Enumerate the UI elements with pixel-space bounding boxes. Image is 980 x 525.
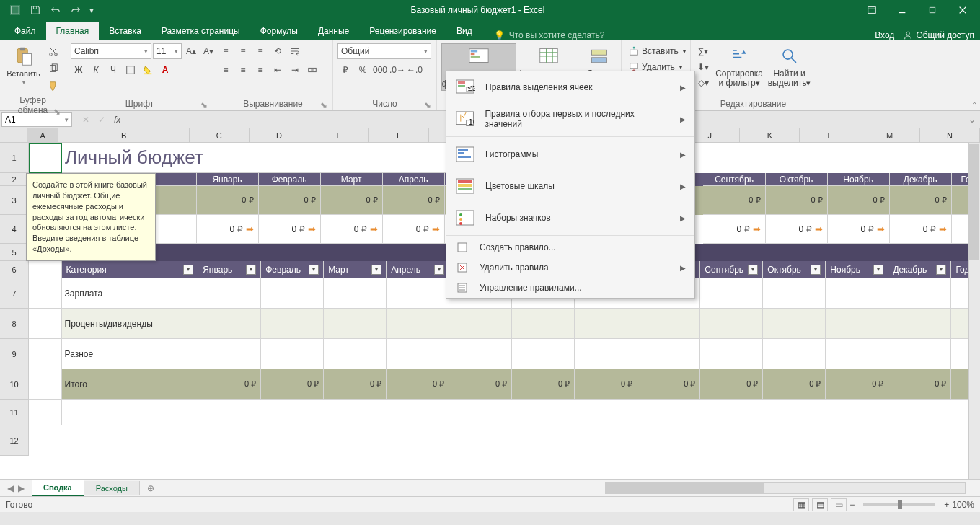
normal-view-button[interactable]: ▦ (793, 498, 809, 511)
close-button[interactable] (950, 0, 976, 20)
sort-filter-button[interactable]: Сортировка и фильтр▾ (714, 43, 764, 89)
align-right-icon[interactable]: ≡ (252, 62, 268, 78)
tab-view[interactable]: Вид (446, 22, 482, 40)
cancel-formula-icon[interactable]: ✕ (82, 115, 89, 125)
row-header[interactable]: 11 (0, 400, 29, 425)
col-header[interactable]: N (920, 128, 980, 143)
percent-icon[interactable]: % (355, 62, 371, 78)
font-color-button[interactable]: A (157, 62, 173, 78)
align-center-icon[interactable]: ≡ (235, 62, 251, 78)
tab-formulas[interactable]: Формулы (250, 22, 308, 40)
font-name-combo[interactable]: Calibri▾ (71, 43, 151, 59)
wrap-text-button[interactable] (287, 43, 303, 59)
find-select-button[interactable]: Найти и выделить▾ (767, 43, 811, 89)
select-all-button[interactable] (0, 128, 27, 143)
filter-button[interactable]: ▾ (811, 265, 821, 275)
tab-page-layout[interactable]: Разметка страницы (151, 22, 250, 40)
filter-button[interactable]: ▾ (246, 265, 256, 275)
row-header[interactable]: 2 (0, 173, 29, 186)
menu-color-scales[interactable]: Цветовые шкалы▶ (446, 170, 694, 202)
row-header[interactable]: 10 (0, 369, 29, 400)
col-header[interactable]: F (369, 128, 429, 143)
undo-button[interactable] (46, 2, 65, 18)
row-header[interactable]: 5 (0, 244, 29, 261)
row-header[interactable]: 9 (0, 339, 29, 369)
filter-button[interactable]: ▾ (183, 265, 193, 275)
minimize-button[interactable] (889, 0, 915, 20)
tab-home[interactable]: Главная (46, 22, 100, 40)
zoom-level[interactable]: 100% (952, 500, 974, 510)
zoom-slider[interactable] (863, 503, 935, 506)
qat-customize[interactable]: ▾ (87, 2, 97, 18)
signin-link[interactable]: Вход (875, 30, 894, 40)
border-button[interactable] (123, 62, 138, 78)
col-header[interactable]: C (190, 128, 250, 143)
cut-button[interactable] (45, 43, 61, 59)
tab-scroll-right-icon[interactable]: ▶ (18, 483, 25, 493)
page-break-view-button[interactable]: ▭ (831, 498, 847, 511)
menu-top-bottom-rules[interactable]: 10 Правила отбора первых и последних зна… (446, 103, 694, 135)
file-tab[interactable]: Файл (4, 22, 46, 40)
add-sheet-button[interactable]: ⊕ (140, 480, 162, 496)
fx-icon[interactable]: fx (114, 115, 120, 125)
align-bottom-icon[interactable]: ≡ (252, 43, 268, 59)
col-header[interactable]: K (740, 128, 800, 143)
zoom-in-button[interactable]: + (944, 500, 949, 510)
menu-clear-rules[interactable]: Удалить правила▶ (446, 257, 694, 278)
tell-me-search[interactable]: 💡 Что вы хотите сделать? (494, 30, 605, 40)
italic-button[interactable]: К (88, 62, 104, 78)
share-button[interactable]: Общий доступ (903, 30, 974, 40)
col-header[interactable]: B (58, 128, 189, 143)
autosum-button[interactable]: ∑▾ (695, 43, 711, 59)
filter-button[interactable]: ▾ (936, 265, 946, 275)
menu-manage-rules[interactable]: Управление правилами... (446, 278, 694, 298)
row-header[interactable]: 6 (0, 261, 29, 278)
row-header[interactable]: 1 (0, 143, 29, 173)
maximize-button[interactable] (919, 0, 945, 20)
filter-button[interactable]: ▾ (309, 265, 319, 275)
align-top-icon[interactable]: ≡ (218, 43, 234, 59)
menu-highlight-rules[interactable]: ≤≥ Правила выделения ячеек▶ (446, 71, 694, 103)
filter-button[interactable]: ▾ (434, 265, 444, 275)
insert-cells-button[interactable]: Вставить▾ (626, 43, 689, 59)
number-format-combo[interactable]: Общий▾ (337, 43, 431, 59)
row-header[interactable]: 4 (0, 215, 29, 244)
zoom-out-button[interactable]: − (849, 500, 855, 510)
orientation-icon[interactable]: ⟲ (270, 43, 286, 59)
sheet-tab-active[interactable]: Сводка (32, 480, 84, 496)
underline-button[interactable]: Ч (105, 62, 121, 78)
align-middle-icon[interactable]: ≡ (235, 43, 251, 59)
menu-icon-sets[interactable]: Наборы значков▶ (446, 202, 694, 234)
decrease-decimal-icon[interactable]: ←.0 (407, 62, 423, 78)
menu-new-rule[interactable]: Создать правило... (446, 237, 694, 257)
row-header[interactable]: 12 (0, 425, 29, 456)
row-header[interactable]: 8 (0, 309, 29, 339)
vertical-scrollbar[interactable] (968, 143, 980, 479)
expand-formula-bar-icon[interactable]: ⌄ (968, 115, 980, 125)
col-header[interactable]: E (309, 128, 369, 143)
filter-button[interactable]: ▾ (873, 265, 883, 275)
bold-button[interactable]: Ж (71, 62, 87, 78)
redo-button[interactable] (66, 2, 85, 18)
row-header[interactable]: 3 (0, 186, 29, 215)
dialog-launcher-icon[interactable]: ⬊ (53, 107, 61, 115)
col-header[interactable]: D (250, 128, 309, 143)
dialog-launcher-icon[interactable]: ⬊ (200, 100, 208, 109)
horizontal-scrollbar[interactable] (605, 482, 966, 494)
decrease-indent-icon[interactable]: ⇤ (270, 62, 286, 78)
increase-decimal-icon[interactable]: .0→ (389, 62, 405, 78)
merge-button[interactable] (304, 62, 320, 78)
sheet-tab[interactable]: Расходы (84, 481, 140, 495)
tab-scroll-left-icon[interactable]: ◀ (7, 483, 14, 493)
increase-font-icon[interactable]: A▴ (183, 43, 199, 59)
align-left-icon[interactable]: ≡ (218, 62, 234, 78)
comma-icon[interactable]: 000 (372, 62, 388, 78)
filter-button[interactable]: ▾ (371, 265, 381, 275)
row-header[interactable]: 7 (0, 278, 29, 309)
ribbon-options-icon[interactable] (859, 0, 885, 20)
dialog-launcher-icon[interactable]: ⬊ (319, 100, 328, 109)
enter-formula-icon[interactable]: ✓ (98, 115, 105, 125)
tab-insert[interactable]: Вставка (99, 22, 151, 40)
save-button[interactable] (26, 2, 45, 18)
currency-icon[interactable]: ₽ (337, 62, 353, 78)
